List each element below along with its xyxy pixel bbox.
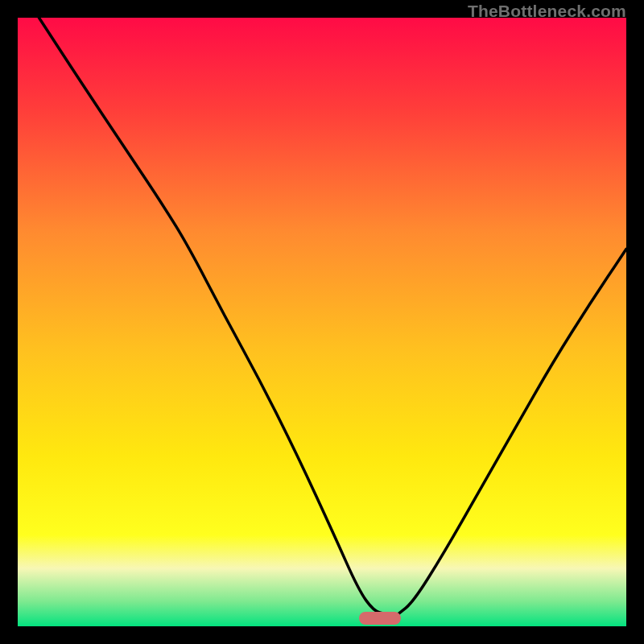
chart-container: TheBottleneck.com <box>0 0 644 644</box>
watermark-text: TheBottleneck.com <box>468 2 626 21</box>
minimum-marker <box>359 612 401 625</box>
plot-area <box>18 18 626 626</box>
chart-svg <box>18 18 626 626</box>
gradient-background <box>18 18 626 626</box>
